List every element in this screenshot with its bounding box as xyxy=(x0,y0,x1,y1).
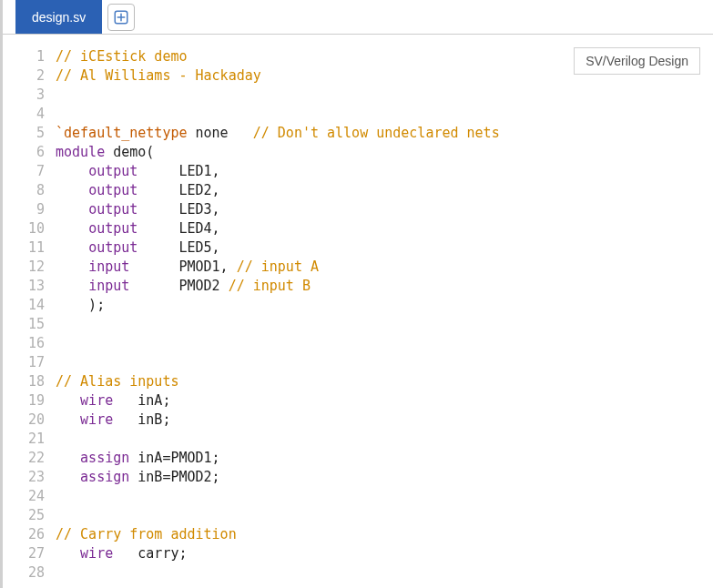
line-number: 10 xyxy=(3,219,45,238)
code-line: assign inA=PMOD1; xyxy=(56,449,713,468)
line-number: 26 xyxy=(3,525,45,544)
code-line: output LED1, xyxy=(56,162,713,181)
code-line: wire carry; xyxy=(56,544,713,563)
code-line: output LED5, xyxy=(56,238,713,258)
line-number: 8 xyxy=(3,181,45,200)
line-number: 2 xyxy=(3,66,45,86)
code-line: `default_nettype none // Don't allow und… xyxy=(56,124,713,143)
plus-icon xyxy=(113,9,129,25)
code-line xyxy=(56,315,713,334)
code-line xyxy=(56,105,713,124)
line-number: 23 xyxy=(3,468,45,487)
code-line xyxy=(56,334,713,353)
tab-label: design.sv xyxy=(32,10,86,25)
code-line: // Alias inputs xyxy=(56,372,713,391)
code-line: wire inB; xyxy=(56,411,713,430)
code-line: // Carry from addition xyxy=(56,525,713,544)
code-line xyxy=(56,353,713,372)
line-number: 4 xyxy=(3,105,45,124)
code-line xyxy=(56,506,713,525)
line-number: 21 xyxy=(3,430,45,449)
code-line: output LED2, xyxy=(56,181,713,200)
line-gutter: 1234567891011121314151617181920212223242… xyxy=(3,47,56,588)
line-number: 17 xyxy=(3,353,45,372)
line-number: 3 xyxy=(3,86,45,105)
line-number: 19 xyxy=(3,391,45,411)
code-line: input PMOD1, // input A xyxy=(56,258,713,277)
code-line: ); xyxy=(56,296,713,315)
line-number: 22 xyxy=(3,449,45,468)
add-tab-button[interactable] xyxy=(107,4,135,31)
editor-container: design.sv SV/Verilog Design 123456789101… xyxy=(0,0,713,588)
code-line: wire inA; xyxy=(56,391,713,411)
code-line: module demo( xyxy=(56,143,713,162)
line-number: 14 xyxy=(3,296,45,315)
editor-area[interactable]: SV/Verilog Design 1234567891011121314151… xyxy=(3,35,713,588)
line-number: 25 xyxy=(3,506,45,525)
line-number: 24 xyxy=(3,487,45,506)
code-line xyxy=(56,86,713,105)
line-number: 11 xyxy=(3,238,45,258)
line-number: 18 xyxy=(3,372,45,391)
code-line xyxy=(56,563,713,583)
line-number: 27 xyxy=(3,544,45,563)
code-line: assign inB=PMOD2; xyxy=(56,468,713,487)
line-number: 28 xyxy=(3,563,45,583)
tab-bar: design.sv xyxy=(3,0,713,35)
line-number: 20 xyxy=(3,411,45,430)
code-line xyxy=(56,430,713,449)
line-number: 13 xyxy=(3,277,45,296)
line-number: 5 xyxy=(3,124,45,143)
line-number: 9 xyxy=(3,200,45,219)
tab-design-sv[interactable]: design.sv xyxy=(15,0,102,34)
code-content[interactable]: // iCEstick demo// Al Williams - Hackada… xyxy=(56,47,713,588)
line-number: 6 xyxy=(3,143,45,162)
code-line xyxy=(56,487,713,506)
language-badge[interactable]: SV/Verilog Design xyxy=(574,47,700,75)
line-number: 12 xyxy=(3,258,45,277)
code-line: output LED3, xyxy=(56,200,713,219)
line-number: 16 xyxy=(3,334,45,353)
line-number: 15 xyxy=(3,315,45,334)
language-badge-label: SV/Verilog Design xyxy=(586,54,688,68)
code-line: input PMOD2 // input B xyxy=(56,277,713,296)
code-line: output LED4, xyxy=(56,219,713,238)
line-number: 7 xyxy=(3,162,45,181)
line-number: 1 xyxy=(3,47,45,66)
